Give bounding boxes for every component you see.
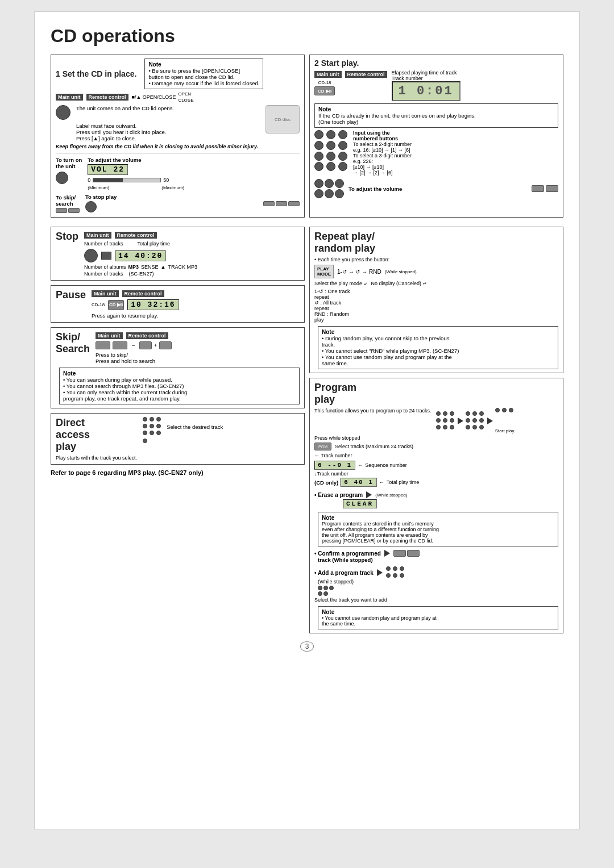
remote-btn3[interactable] [288, 201, 300, 206]
pause-display: 10 32:16 [127, 299, 179, 310]
stop-square-button[interactable] [101, 252, 111, 260]
skip-fwd-btn[interactable] [113, 341, 127, 349]
rr-note-1: track. [322, 341, 554, 348]
pg-dot11[interactable] [472, 411, 477, 416]
num-btn-10[interactable] [314, 162, 323, 171]
pause-play-button[interactable]: CD ▶II [108, 300, 124, 310]
play-mode-btn[interactable]: PLAYMODE [314, 265, 334, 278]
add-dot4[interactable] [386, 573, 391, 578]
pg-dot8[interactable] [443, 425, 447, 429]
num-btn-8[interactable] [326, 152, 335, 161]
num-btn-7[interactable] [314, 152, 323, 161]
num-btn-r5[interactable] [325, 189, 334, 198]
select-mode-label: Select the play mode [314, 281, 362, 286]
add-dot2[interactable] [393, 566, 397, 571]
num-btn-1[interactable] [314, 130, 323, 139]
next-btn[interactable] [407, 550, 420, 557]
track-num-label: Track number [392, 76, 460, 81]
dot3[interactable] [156, 417, 161, 422]
pg-dot4[interactable] [436, 418, 441, 423]
stop-sc-en27: (SC-EN27) [129, 271, 154, 277]
power-button[interactable] [56, 172, 68, 184]
skip-next-button[interactable] [68, 208, 80, 213]
add-dot1[interactable] [386, 566, 391, 571]
num-btn-r6[interactable] [335, 189, 344, 198]
num-btn-12[interactable] [338, 162, 347, 171]
num-btn-r2[interactable] [325, 179, 334, 188]
stop-main-button[interactable] [84, 249, 98, 262]
dot7[interactable] [143, 431, 147, 435]
num-btn-6[interactable] [338, 141, 347, 150]
num-btn-2[interactable] [326, 130, 335, 139]
program-note2-text: • You cannot use random play and program… [322, 615, 554, 627]
vol-up-btn[interactable] [546, 185, 558, 192]
cd-play-button[interactable]: CD ▶II [314, 86, 335, 95]
add-dot8[interactable] [323, 586, 328, 590]
while-stopped2: (While stopped) [318, 579, 558, 585]
add-dot10[interactable] [318, 591, 322, 596]
remote-btn2[interactable] [276, 201, 287, 206]
pg-dot9[interactable] [450, 425, 454, 429]
num-btn-r3[interactable] [335, 179, 344, 188]
select-3digit: To select a 3-digit number [353, 153, 412, 158]
search-minus-btn[interactable] [139, 341, 152, 349]
pg-dot15[interactable] [479, 418, 484, 423]
num-btn-9[interactable] [338, 152, 347, 161]
num-btn-r1[interactable] [314, 179, 323, 188]
pg-dot19[interactable] [495, 408, 500, 412]
pg-dot20[interactable] [502, 408, 507, 412]
pg-dot18[interactable] [479, 425, 484, 429]
remote-btn1[interactable] [263, 201, 275, 206]
dot6[interactable] [156, 424, 161, 428]
pg-dot13[interactable] [466, 418, 470, 423]
dot2[interactable] [150, 417, 154, 422]
dot1[interactable] [143, 417, 147, 422]
dot9[interactable] [156, 431, 161, 435]
track-number-label: Track number [321, 453, 352, 458]
refer-text: Refer to page 6 regarding MP3 play. (SC-… [51, 469, 204, 476]
page: CD operations 1 Set the CD in place. Not… [34, 11, 580, 829]
stop-track: ▲ [161, 264, 166, 270]
open-close-button[interactable] [56, 105, 70, 120]
pg-dot12[interactable] [479, 411, 484, 416]
pg-dot1[interactable] [436, 411, 441, 416]
dot8[interactable] [150, 431, 154, 435]
pg-dot10[interactable] [466, 411, 470, 416]
pg-dot16[interactable] [466, 425, 470, 429]
num-btn-3[interactable] [338, 130, 347, 139]
add-dot3[interactable] [400, 566, 404, 571]
add-dot11[interactable] [323, 591, 328, 596]
dot-single[interactable] [143, 439, 147, 443]
ss-remote: Remote control [126, 332, 168, 339]
stop-track-mp3: TRACK MP3 [168, 264, 197, 270]
pg-dot2[interactable] [443, 411, 447, 416]
vol-down-btn[interactable] [532, 185, 544, 192]
pgm-clear-button[interactable]: PGM [314, 443, 331, 450]
skip-prev-button[interactable] [56, 208, 67, 213]
add-dot9[interactable] [329, 586, 334, 590]
num-btn-11[interactable] [326, 162, 335, 171]
add-dot6[interactable] [400, 573, 404, 578]
s2-note: Note If the CD is already in the unit, t… [314, 103, 558, 128]
num-btn-4[interactable] [314, 141, 323, 150]
pg-dot6[interactable] [450, 418, 454, 423]
pg-dot17[interactable] [472, 425, 477, 429]
search-plus-btn[interactable] [159, 341, 172, 349]
program-play-label: Programplay [314, 382, 558, 406]
stop-button[interactable] [85, 201, 97, 212]
prev-btn[interactable] [393, 550, 406, 557]
pg-dot7[interactable] [436, 425, 441, 429]
arrow-2 [487, 418, 493, 424]
dot5[interactable] [150, 424, 154, 428]
skip-back-btn[interactable] [96, 341, 110, 349]
pg-dot14[interactable] [472, 418, 477, 423]
add-dot5[interactable] [393, 573, 397, 578]
dot4[interactable] [143, 424, 147, 428]
num-btn-r4[interactable] [314, 189, 323, 198]
pg-dot21[interactable] [509, 408, 513, 412]
total-play-label2: Total play time [387, 479, 420, 485]
pg-dot3[interactable] [450, 411, 454, 416]
num-btn-5[interactable] [326, 141, 335, 150]
add-dot7[interactable] [318, 586, 322, 590]
pg-dot5[interactable] [443, 418, 447, 423]
